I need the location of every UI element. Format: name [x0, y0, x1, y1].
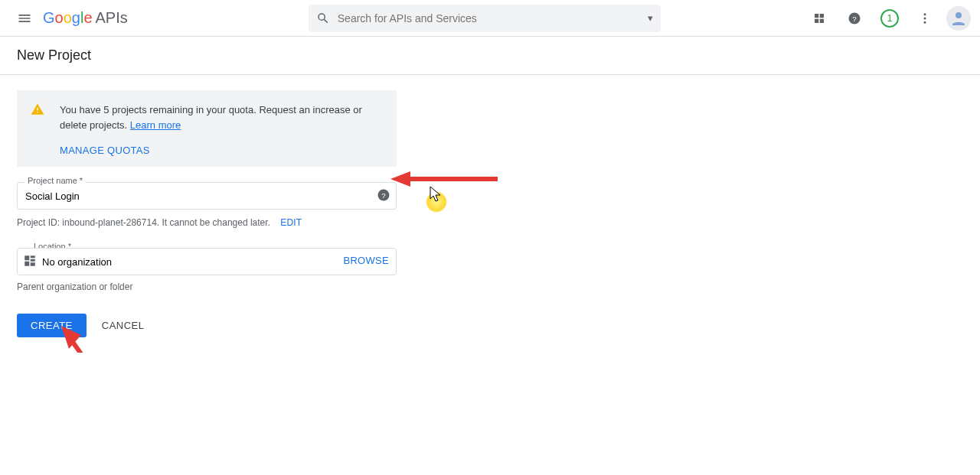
search-dropdown-icon[interactable]: ▾ [648, 12, 653, 24]
cursor-highlight [426, 191, 447, 213]
edit-project-id-link[interactable]: EDIT [280, 217, 302, 228]
top-bar: Google APIs ▾ ? 1 [0, 0, 980, 37]
browse-button[interactable]: BROWSE [343, 255, 389, 266]
manage-quotas-link[interactable]: MANAGE QUOTAS [60, 145, 150, 156]
quota-info-box: You have 5 projects remaining in your qu… [17, 90, 397, 167]
header-right-icons: ? 1 [805, 5, 971, 32]
svg-point-4 [924, 21, 926, 23]
location-hint: Parent organization or folder [17, 281, 397, 292]
svg-point-5 [956, 12, 962, 18]
svg-line-10 [69, 337, 116, 353]
svg-text:?: ? [381, 191, 386, 200]
field-help-icon[interactable]: ? [377, 188, 390, 204]
help-icon[interactable]: ? [841, 5, 868, 32]
location-input[interactable] [17, 248, 397, 275]
button-row: CREATE CANCEL [17, 314, 397, 337]
google-apis-logo: Google APIs [43, 9, 128, 27]
location-field: Location * BROWSE [17, 248, 397, 275]
search-icon [316, 11, 330, 25]
project-name-field: Project name * ? [17, 182, 397, 210]
page-title: New Project [0, 37, 980, 75]
svg-point-3 [924, 17, 926, 19]
hamburger-menu-icon[interactable] [9, 3, 40, 34]
svg-point-2 [924, 13, 926, 15]
project-name-input[interactable] [17, 182, 397, 210]
cancel-button[interactable]: CANCEL [102, 320, 145, 331]
learn-more-link[interactable]: Learn more [130, 119, 181, 131]
org-icon [23, 254, 37, 270]
more-vert-icon[interactable] [911, 5, 939, 32]
content-area: You have 5 projects remaining in your qu… [0, 75, 413, 353]
warning-icon [31, 102, 44, 119]
search-box[interactable]: ▾ [309, 5, 661, 32]
search-input[interactable] [338, 12, 648, 24]
project-id-hint: Project ID: inbound-planet-286714. It ca… [17, 217, 397, 228]
quota-message: You have 5 projects remaining in your qu… [60, 102, 384, 132]
account-avatar[interactable] [946, 6, 971, 31]
svg-text:?: ? [852, 14, 857, 22]
create-button[interactable]: CREATE [17, 314, 87, 337]
notifications-icon[interactable]: 1 [876, 5, 903, 32]
project-name-label: Project name * [24, 176, 86, 185]
annotation-arrow-1 [383, 167, 505, 197]
gift-icon[interactable] [805, 5, 833, 32]
